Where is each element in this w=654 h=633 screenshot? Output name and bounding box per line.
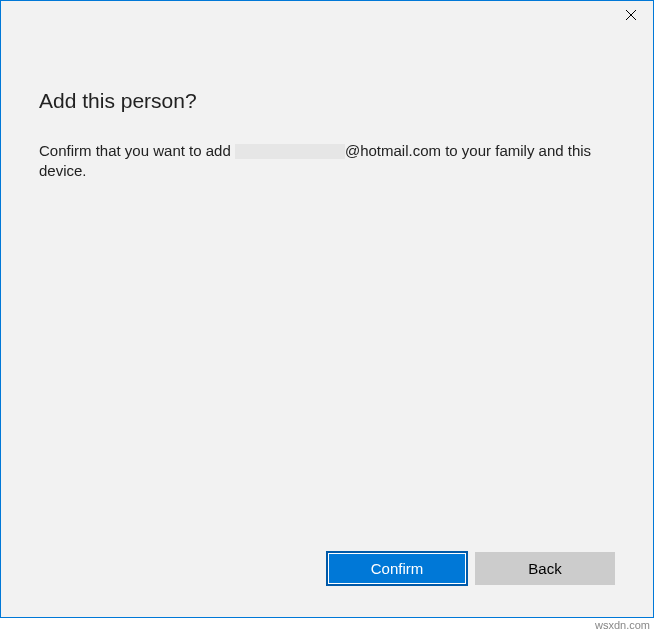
redacted-email-local: [235, 144, 345, 159]
back-button[interactable]: Back: [475, 552, 615, 585]
close-icon: [626, 10, 636, 20]
body-prefix: Confirm that you want to add: [39, 142, 235, 159]
dialog-heading: Add this person?: [39, 89, 615, 113]
dialog-content: Add this person? Confirm that you want t…: [1, 31, 653, 552]
titlebar: [1, 1, 653, 31]
close-button[interactable]: [608, 1, 653, 29]
dialog-body: Confirm that you want to add @hotmail.co…: [39, 141, 599, 182]
dialog-window: Add this person? Confirm that you want t…: [0, 0, 654, 618]
button-row: Confirm Back: [1, 552, 653, 617]
watermark-text: wsxdn.com: [595, 619, 650, 631]
confirm-button[interactable]: Confirm: [327, 552, 467, 585]
